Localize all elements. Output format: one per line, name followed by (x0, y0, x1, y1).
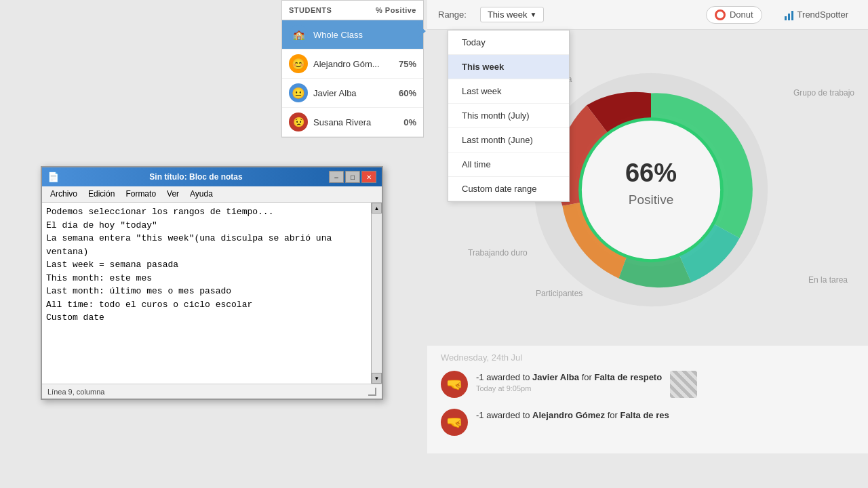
student-name-javier: Javier Alba (313, 88, 399, 98)
feed-avatar-1: 🤜 (441, 371, 468, 398)
dropdown-item-custom[interactable]: Custom date range (448, 177, 569, 201)
maximize-button[interactable]: □ (345, 171, 360, 183)
bar2 (788, 14, 790, 20)
student-pct-javier: 60% (399, 88, 416, 98)
notepad-window: 📄 Sin título: Bloc de notas – □ ✕ Archiv… (41, 166, 383, 400)
avatar-alejandro: 😊 (289, 54, 308, 73)
bar3 (791, 11, 793, 20)
label-trabajando: Trabajando duro (468, 248, 528, 258)
menu-archivo[interactable]: Archivo (45, 188, 83, 201)
trendspotter-icon (785, 9, 793, 20)
menu-ver[interactable]: Ver (161, 188, 184, 201)
notepad-statusbar: Línea 9, columna (42, 384, 382, 399)
feed-reason-1: Falta de respeto (594, 372, 662, 382)
menu-ayuda[interactable]: Ayuda (184, 188, 218, 201)
students-header: STUDENTS % Positive (282, 1, 423, 20)
avatar-susana: 😟 (289, 113, 308, 131)
feed-student-1: Javier Alba (532, 372, 579, 382)
range-chevron-icon: ▼ (530, 11, 536, 18)
trendspotter-view-button[interactable]: TrendSpotter (776, 6, 857, 24)
menu-formato[interactable]: Formato (120, 188, 161, 201)
notepad-icon: 📄 (47, 171, 59, 182)
dropdown-item-last-week[interactable]: Last week (448, 79, 569, 104)
scroll-down-arrow[interactable]: ▼ (372, 373, 382, 384)
student-row-whole-class[interactable]: 🏫 Whole Class (282, 20, 423, 49)
bar1 (785, 16, 787, 20)
avatar-whole-class: 🏫 (289, 25, 308, 44)
dropdown-item-last-month[interactable]: Last month (June) (448, 128, 569, 152)
feed-reason-2: Falta de res (620, 410, 669, 420)
avatar-javier: 😐 (289, 83, 308, 102)
feed-content-2: -1 awarded to Alejandro Gómez for Falta … (476, 409, 669, 422)
label-en-tarea: En la tarea (808, 275, 848, 285)
range-selector-button[interactable]: This week ▼ (480, 7, 544, 22)
col-students-label: STUDENTS (289, 6, 332, 14)
col-positive-label: % Positive (376, 6, 416, 14)
feed-mid-2: for (608, 410, 620, 420)
student-pct-susana: 0% (403, 117, 416, 127)
scroll-up-arrow[interactable]: ▲ (372, 203, 382, 214)
trendspotter-label: TrendSpotter (797, 9, 848, 20)
student-pct-alejandro: 75% (399, 59, 416, 69)
feed-time-1: Today at 9:05pm (476, 384, 662, 392)
donut-icon (715, 9, 726, 20)
student-name-whole-class: Whole Class (313, 30, 416, 40)
feed-pre-1: -1 awarded to (476, 372, 532, 382)
dropdown-item-this-month[interactable]: This month (July) (448, 104, 569, 128)
notepad-title: Sin título: Bloc de notas (63, 172, 329, 182)
feed-text-1: -1 awarded to Javier Alba for Falta de r… (476, 371, 662, 392)
statusbar-resize-handle[interactable] (368, 388, 376, 396)
student-row-javier[interactable]: 😐 Javier Alba 60% (282, 79, 423, 108)
donut-label: Donut (730, 9, 753, 20)
dropdown-item-today[interactable]: Today (448, 30, 569, 55)
range-dropdown-menu[interactable]: Today This week Last week This month (Ju… (448, 30, 570, 202)
dropdown-item-all-time[interactable]: All time (448, 152, 569, 177)
donut-view-button[interactable]: Donut (706, 6, 762, 24)
student-row-susana[interactable]: 😟 Susana Rivera 0% (282, 108, 423, 137)
svg-text:66%: 66% (625, 159, 677, 187)
statusbar-text: Línea 9, columna (47, 388, 104, 396)
feed-pre-2: -1 awarded to (476, 410, 532, 420)
student-name-susana: Susana Rivera (313, 117, 403, 127)
minimize-button[interactable]: – (329, 171, 344, 183)
notepad-titlebar: 📄 Sin título: Bloc de notas – □ ✕ (42, 167, 382, 186)
menu-edicion[interactable]: Edición (83, 188, 120, 201)
dropdown-item-this-week[interactable]: This week (448, 55, 569, 79)
range-selected-value: This week (488, 9, 528, 20)
label-grupo: Grupo de trabajo (793, 88, 854, 98)
scroll-track[interactable] (372, 214, 382, 373)
student-row-alejandro[interactable]: 😊 Alejandro Góm... 75% (282, 49, 423, 79)
close-button[interactable]: ✕ (361, 171, 376, 183)
feed-student-2: Alejandro Gómez (532, 410, 605, 420)
activity-feed: Wednesday, 24th Jul 🤜 -1 awarded to Javi… (427, 346, 868, 453)
notepad-textarea[interactable]: Podemos seleccionar los rangos de tiempo… (42, 203, 371, 384)
range-header: Range: This week ▼ Donut TrendSpotter (427, 0, 868, 30)
notepad-body: Podemos seleccionar los rangos de tiempo… (42, 203, 382, 384)
feed-mid-1: for (582, 372, 595, 382)
notepad-menubar: Archivo Edición Formato Ver Ayuda (42, 186, 382, 203)
titlebar-controls: – □ ✕ (329, 171, 376, 183)
students-panel: STUDENTS % Positive 🏫 Whole Class 😊 Alej… (281, 0, 424, 138)
feed-text-2: -1 awarded to Alejandro Gómez for Falta … (476, 409, 669, 422)
feed-thumbnail-1 (670, 371, 697, 398)
feed-item-2: 🤜 -1 awarded to Alejandro Gómez for Falt… (441, 409, 854, 436)
range-label: Range: (438, 9, 467, 20)
feed-date: Wednesday, 24th Jul (441, 352, 854, 363)
notepad-scrollbar: ▲ ▼ (371, 203, 382, 384)
feed-avatar-2: 🤜 (441, 409, 468, 436)
svg-text:Positive: Positive (629, 192, 674, 207)
feed-item-1: 🤜 -1 awarded to Javier Alba for Falta de… (441, 371, 854, 398)
feed-content-1: -1 awarded to Javier Alba for Falta de r… (476, 371, 662, 384)
student-name-alejandro: Alejandro Góm... (313, 59, 399, 69)
whole-class-arrow (418, 24, 426, 38)
